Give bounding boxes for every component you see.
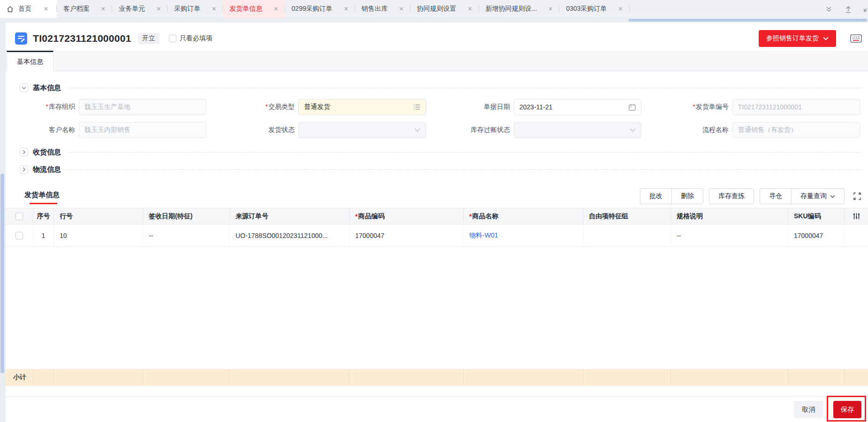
trade-type-input[interactable]: 普通发货 xyxy=(298,99,426,115)
grid-toolbar: 批改 删除 库存查拣 寻仓 存量查询 xyxy=(640,188,861,205)
tab-business-unit[interactable]: 业务单元 ✕ xyxy=(112,0,168,18)
only-required-label: 只看必填项 xyxy=(180,34,213,43)
delivery-no-input[interactable]: TI0217231121000001 xyxy=(732,99,860,115)
stock-pick-button[interactable]: 库存查拣 xyxy=(709,188,754,204)
col-sku[interactable]: SKU编码 xyxy=(788,208,845,224)
col-feature-group[interactable]: 自由项特征组 xyxy=(583,208,671,224)
section-basic-info-header: 基本信息 xyxy=(20,82,861,93)
tab-basic-info[interactable]: 基本信息 xyxy=(7,51,53,71)
required-marker: * xyxy=(355,213,358,220)
find-warehouse-button[interactable]: 寻仓 xyxy=(760,188,791,204)
col-spec[interactable]: 规格说明 xyxy=(671,208,788,224)
expand-corner-icon[interactable] xyxy=(863,4,868,12)
tab-label: 新增协同规则设... xyxy=(486,5,537,13)
tab-new-collab-rule[interactable]: 新增协同规则设... ✕ xyxy=(479,0,560,18)
delete-button[interactable]: 删除 xyxy=(671,188,703,204)
tab-label: 首页 xyxy=(18,5,31,13)
list-picker-icon[interactable] xyxy=(413,104,420,110)
close-icon[interactable]: ✕ xyxy=(101,6,106,12)
row-checkbox[interactable] xyxy=(15,232,23,239)
tab-label: 0299采购订单 xyxy=(291,5,332,13)
collapse-chevron-right-icon[interactable] xyxy=(20,148,28,156)
vertical-scrollbar-thumb[interactable] xyxy=(0,174,4,373)
tab-label: 发货单信息 xyxy=(229,5,262,13)
field-doc-date: 单据日期 2023-11-21 xyxy=(449,99,641,115)
posting-status-select[interactable] xyxy=(514,122,641,138)
cell-line-no: 10 xyxy=(54,224,143,246)
keyboard-shortcuts-icon[interactable] xyxy=(850,34,862,43)
section-logistics-header: 物流信息 xyxy=(20,164,861,175)
grid-tab-delivery-info[interactable]: 发货单信息 xyxy=(24,191,60,204)
main-tab-strip: 基本信息 xyxy=(6,51,868,71)
close-icon[interactable]: ✕ xyxy=(399,6,404,12)
select-all-checkbox[interactable] xyxy=(15,213,23,220)
cell-sign-date: -- xyxy=(143,224,230,246)
horizontal-scrollbar-thumb[interactable] xyxy=(629,19,867,22)
collapse-up-icon[interactable] xyxy=(845,5,852,13)
tab-collab-rule-settings[interactable]: 协同规则设置 ✕ xyxy=(411,0,479,18)
col-line-no[interactable]: 行号 xyxy=(54,208,143,224)
close-icon[interactable]: ✕ xyxy=(274,6,278,12)
table-row[interactable]: 1 10 -- UO-1788SO00120231121000... 17000… xyxy=(6,224,868,247)
field-delivery-status: 发货状态 xyxy=(234,122,426,138)
col-source-order[interactable]: 来源订单号 xyxy=(230,208,350,224)
ref-sales-order-delivery-button[interactable]: 参照销售订单发货 xyxy=(759,30,836,47)
flow-name-input[interactable]: 普通销售（有发货） xyxy=(732,122,860,138)
tab-purchase-order[interactable]: 采购订单 ✕ xyxy=(168,0,223,18)
tab-label: 销售出库 xyxy=(362,5,388,13)
tab-0299-purchase-order[interactable]: 0299采购订单 ✕ xyxy=(285,0,355,18)
table-header: 序号 行号 签收日期(特征) 来源订单号 *商品编码 *商品名称 自由项特征组 … xyxy=(6,208,868,224)
grid-fullscreen-icon[interactable] xyxy=(853,192,861,200)
status-badge: 开立 xyxy=(138,33,160,44)
section-receiving-header: 收货信息 xyxy=(20,146,861,158)
col-item-name[interactable]: *商品名称 xyxy=(464,208,583,224)
close-icon[interactable]: ✕ xyxy=(468,6,472,12)
close-icon[interactable]: ✕ xyxy=(212,6,216,12)
inventory-org-input[interactable]: 魏玉玉生产基地 xyxy=(79,99,206,115)
section-title: 收货信息 xyxy=(33,148,61,157)
col-seq[interactable]: 序号 xyxy=(33,208,54,224)
save-button[interactable]: 保存 xyxy=(833,401,861,418)
column-settings-icon[interactable] xyxy=(853,213,860,220)
customer-name-input[interactable]: 魏玉玉内部销售 xyxy=(79,122,206,138)
doc-date-input[interactable]: 2023-11-21 xyxy=(514,99,641,115)
tab-home[interactable]: 首页 ✕ xyxy=(0,0,57,18)
field-inventory-org: *库存组织 魏玉玉生产基地 xyxy=(14,99,206,115)
batch-edit-button[interactable]: 批改 xyxy=(640,188,671,204)
tab-list-chevrons-icon[interactable] xyxy=(825,6,832,13)
subtotal-label: 小计 xyxy=(6,369,33,386)
dashed-divider xyxy=(68,152,861,153)
tab-delivery-info-active[interactable]: 发货单信息 ✕ xyxy=(223,0,285,18)
close-icon[interactable]: ✕ xyxy=(343,6,348,12)
item-name-link[interactable]: 物料-W01 xyxy=(469,231,498,240)
collapse-chevron-right-icon[interactable] xyxy=(20,165,28,174)
field-label: 交易类型 xyxy=(268,103,295,110)
calendar-icon[interactable] xyxy=(629,104,636,111)
tab-sales-outbound[interactable]: 销售出库 ✕ xyxy=(355,0,411,18)
subtotal-row: 小计 xyxy=(6,369,868,386)
required-marker: * xyxy=(469,213,472,220)
delivery-status-select[interactable] xyxy=(298,122,426,138)
tab-label: 业务单元 xyxy=(119,5,145,13)
col-item-code[interactable]: *商品编码 xyxy=(350,208,464,224)
collapse-chevron-down-icon[interactable] xyxy=(20,84,28,92)
col-sign-date[interactable]: 签收日期(特征) xyxy=(143,208,230,224)
field-label: 库存组织 xyxy=(49,103,75,110)
tab-customer-archive[interactable]: 客户档案 ✕ xyxy=(57,0,112,18)
chevron-down-icon xyxy=(414,128,420,132)
field-flow-name: 流程名称 普通销售（有发货） xyxy=(668,122,860,138)
section-title: 基本信息 xyxy=(33,84,61,92)
only-required-checkbox-wrap[interactable]: 只看必填项 xyxy=(169,34,213,43)
close-icon[interactable]: ✕ xyxy=(156,6,161,12)
close-icon[interactable]: ✕ xyxy=(618,6,623,12)
chevron-down-icon xyxy=(830,195,835,198)
close-icon[interactable]: ✕ xyxy=(548,6,553,12)
cell-seq: 1 xyxy=(33,224,54,246)
close-icon[interactable]: ✕ xyxy=(44,6,48,12)
cancel-button[interactable]: 取消 xyxy=(794,401,823,418)
only-required-checkbox[interactable] xyxy=(169,35,176,42)
tab-label: 采购订单 xyxy=(174,5,200,13)
stock-query-button[interactable]: 存量查询 xyxy=(791,188,845,204)
field-label: 发货单编号 xyxy=(696,103,729,110)
tab-0303-purchase-order[interactable]: 0303采购订单 ✕ xyxy=(559,0,629,18)
